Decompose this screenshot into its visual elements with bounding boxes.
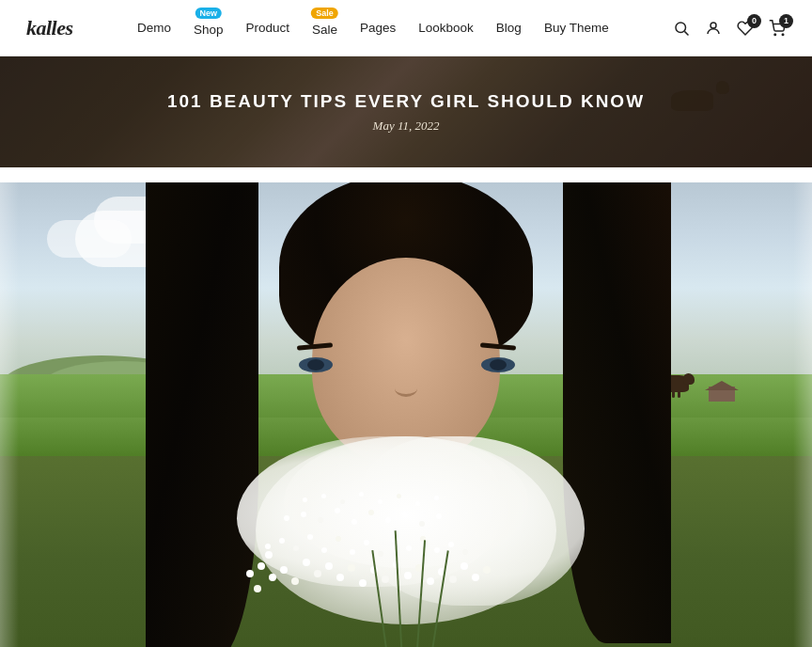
hero-date: May 11, 2022 — [167, 118, 645, 134]
logo[interactable]: kalles — [26, 16, 73, 40]
hero-title: 101 BEAUTY TIPS EVERY GIRL SHOULD KNOW — [167, 91, 645, 112]
search-button[interactable] — [673, 20, 690, 37]
main-image-container — [0, 182, 812, 647]
nav-item-product[interactable]: Product — [245, 21, 289, 35]
nav-label-product: Product — [245, 21, 289, 35]
badge-new: New — [195, 8, 222, 19]
search-icon — [673, 20, 690, 37]
account-icon — [705, 20, 722, 37]
site-header: kalles Demo New Shop Product Sale Sale P… — [0, 0, 812, 56]
nav-item-pages[interactable]: Pages — [360, 21, 396, 35]
svg-point-0 — [676, 23, 686, 33]
nav-label-buy-theme: Buy Theme — [544, 21, 609, 35]
hero-content: 101 BEAUTY TIPS EVERY GIRL SHOULD KNOW M… — [167, 91, 645, 134]
nav-label-blog: Blog — [496, 21, 522, 35]
cart-button[interactable]: 1 — [769, 20, 786, 37]
nav-label-shop: Shop — [194, 23, 224, 37]
cloud-3 — [47, 220, 132, 258]
barn — [705, 379, 739, 402]
nav-item-sale[interactable]: Sale Sale — [312, 19, 337, 37]
hero-banner: 101 BEAUTY TIPS EVERY GIRL SHOULD KNOW M… — [0, 56, 812, 167]
header-icons: 0 1 — [673, 20, 786, 37]
eye-right — [481, 357, 515, 372]
svg-line-1 — [684, 31, 688, 35]
svg-point-3 — [774, 34, 776, 36]
wishlist-button[interactable]: 0 — [737, 20, 754, 37]
nav-label-sale: Sale — [312, 23, 337, 37]
badge-sale: Sale — [311, 8, 338, 19]
nav-label-lookbook: Lookbook — [418, 21, 474, 35]
wishlist-count: 0 — [747, 14, 761, 28]
cart-count: 1 — [779, 14, 793, 28]
eye-left — [299, 357, 333, 372]
right-fade — [793, 182, 812, 647]
nav-label-demo: Demo — [137, 21, 171, 35]
nose — [395, 380, 417, 397]
nav-item-demo[interactable]: Demo — [137, 21, 171, 35]
main-nav: Demo New Shop Product Sale Sale Pages Lo… — [137, 19, 609, 37]
nav-item-lookbook[interactable]: Lookbook — [418, 21, 474, 35]
svg-point-4 — [782, 34, 784, 36]
left-fade — [0, 182, 19, 647]
divider — [0, 167, 812, 182]
nav-label-pages: Pages — [360, 21, 396, 35]
account-button[interactable] — [705, 20, 722, 37]
nav-item-blog[interactable]: Blog — [496, 21, 522, 35]
nav-item-buy-theme[interactable]: Buy Theme — [544, 21, 609, 35]
hero-horse-area — [662, 73, 737, 120]
nav-item-shop[interactable]: New Shop — [194, 19, 224, 37]
stems — [312, 521, 500, 647]
svg-point-2 — [710, 23, 716, 28]
